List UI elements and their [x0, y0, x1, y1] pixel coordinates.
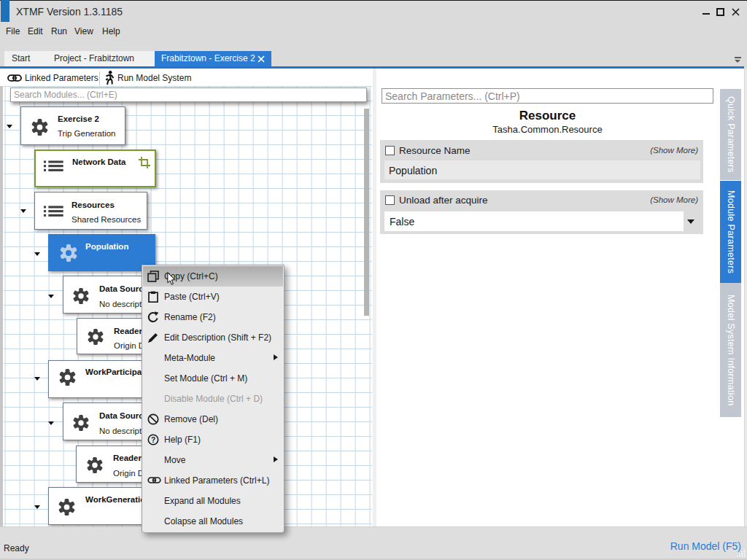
svg-text:?: ? — [151, 436, 155, 444]
